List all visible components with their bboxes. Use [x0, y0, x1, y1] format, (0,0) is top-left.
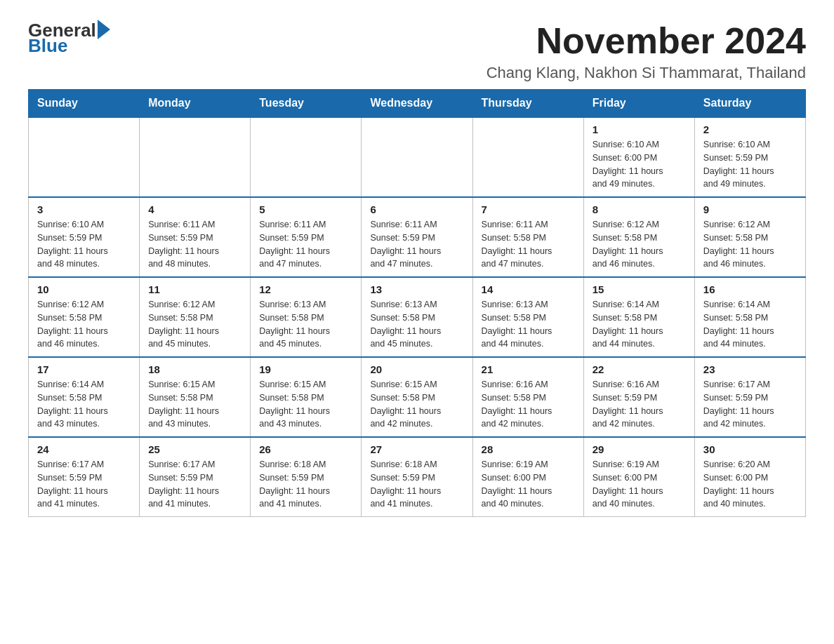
- day-info: Sunrise: 6:13 AM Sunset: 5:58 PM Dayligh…: [259, 298, 352, 351]
- day-number: 2: [703, 123, 797, 135]
- calendar-week-row: 3Sunrise: 6:10 AM Sunset: 5:59 PM Daylig…: [29, 197, 806, 277]
- calendar-cell: 13Sunrise: 6:13 AM Sunset: 5:58 PM Dayli…: [362, 277, 472, 357]
- day-number: 15: [593, 283, 686, 295]
- weekday-header-cell: Tuesday: [251, 90, 362, 118]
- day-info: Sunrise: 6:12 AM Sunset: 5:58 PM Dayligh…: [703, 218, 797, 271]
- day-number: 9: [703, 203, 797, 215]
- day-number: 17: [37, 363, 131, 375]
- day-number: 29: [593, 443, 686, 455]
- day-info: Sunrise: 6:14 AM Sunset: 5:58 PM Dayligh…: [37, 378, 131, 431]
- location-title: Chang Klang, Nakhon Si Thammarat, Thaila…: [486, 64, 806, 82]
- day-number: 28: [482, 443, 575, 455]
- calendar-cell: 7Sunrise: 6:11 AM Sunset: 5:58 PM Daylig…: [472, 197, 583, 277]
- day-number: 7: [482, 203, 575, 215]
- day-number: 10: [37, 283, 131, 295]
- day-number: 13: [370, 283, 463, 295]
- calendar-cell: 28Sunrise: 6:19 AM Sunset: 6:00 PM Dayli…: [472, 437, 583, 517]
- calendar-cell: 22Sunrise: 6:16 AM Sunset: 5:59 PM Dayli…: [583, 357, 694, 437]
- day-number: 30: [703, 443, 797, 455]
- calendar-cell: 25Sunrise: 6:17 AM Sunset: 5:59 PM Dayli…: [140, 437, 251, 517]
- day-info: Sunrise: 6:15 AM Sunset: 5:58 PM Dayligh…: [148, 378, 241, 431]
- day-info: Sunrise: 6:12 AM Sunset: 5:58 PM Dayligh…: [37, 298, 131, 351]
- calendar-cell: 5Sunrise: 6:11 AM Sunset: 5:59 PM Daylig…: [251, 197, 362, 277]
- logo: General Blue: [28, 21, 110, 55]
- day-number: 18: [148, 363, 241, 375]
- calendar-body: 1Sunrise: 6:10 AM Sunset: 6:00 PM Daylig…: [29, 117, 806, 517]
- day-info: Sunrise: 6:20 AM Sunset: 6:00 PM Dayligh…: [703, 458, 797, 511]
- day-number: 19: [259, 363, 352, 375]
- day-info: Sunrise: 6:17 AM Sunset: 5:59 PM Dayligh…: [703, 378, 797, 431]
- weekday-header-cell: Thursday: [472, 90, 583, 118]
- day-number: 1: [593, 123, 686, 135]
- day-info: Sunrise: 6:14 AM Sunset: 5:58 PM Dayligh…: [593, 298, 686, 351]
- day-number: 21: [482, 363, 575, 375]
- day-info: Sunrise: 6:15 AM Sunset: 5:58 PM Dayligh…: [259, 378, 352, 431]
- day-number: 8: [593, 203, 686, 215]
- day-info: Sunrise: 6:11 AM Sunset: 5:59 PM Dayligh…: [259, 218, 352, 271]
- day-info: Sunrise: 6:16 AM Sunset: 5:59 PM Dayligh…: [593, 378, 686, 431]
- day-number: 27: [370, 443, 463, 455]
- day-info: Sunrise: 6:10 AM Sunset: 5:59 PM Dayligh…: [703, 138, 797, 191]
- day-info: Sunrise: 6:15 AM Sunset: 5:58 PM Dayligh…: [370, 378, 463, 431]
- calendar-cell: 21Sunrise: 6:16 AM Sunset: 5:58 PM Dayli…: [472, 357, 583, 437]
- calendar-cell: 30Sunrise: 6:20 AM Sunset: 6:00 PM Dayli…: [694, 437, 805, 517]
- calendar-cell: 1Sunrise: 6:10 AM Sunset: 6:00 PM Daylig…: [583, 117, 694, 197]
- calendar-cell: 24Sunrise: 6:17 AM Sunset: 5:59 PM Dayli…: [29, 437, 140, 517]
- day-info: Sunrise: 6:19 AM Sunset: 6:00 PM Dayligh…: [593, 458, 686, 511]
- logo-blue-text: Blue: [28, 36, 110, 55]
- weekday-header-row: SundayMondayTuesdayWednesdayThursdayFrid…: [29, 90, 806, 118]
- day-number: 6: [370, 203, 463, 215]
- calendar-cell: 10Sunrise: 6:12 AM Sunset: 5:58 PM Dayli…: [29, 277, 140, 357]
- weekday-header-cell: Saturday: [694, 90, 805, 118]
- calendar-cell: 20Sunrise: 6:15 AM Sunset: 5:58 PM Dayli…: [362, 357, 472, 437]
- calendar-cell: 12Sunrise: 6:13 AM Sunset: 5:58 PM Dayli…: [251, 277, 362, 357]
- calendar-cell: [29, 117, 140, 197]
- day-number: 25: [148, 443, 241, 455]
- calendar-cell: 16Sunrise: 6:14 AM Sunset: 5:58 PM Dayli…: [694, 277, 805, 357]
- calendar-cell: 3Sunrise: 6:10 AM Sunset: 5:59 PM Daylig…: [29, 197, 140, 277]
- calendar-week-row: 10Sunrise: 6:12 AM Sunset: 5:58 PM Dayli…: [29, 277, 806, 357]
- day-info: Sunrise: 6:11 AM Sunset: 5:59 PM Dayligh…: [148, 218, 241, 271]
- day-number: 12: [259, 283, 352, 295]
- day-number: 16: [703, 283, 797, 295]
- calendar-cell: 19Sunrise: 6:15 AM Sunset: 5:58 PM Dayli…: [251, 357, 362, 437]
- month-title: November 2024: [486, 21, 806, 61]
- weekday-header-cell: Friday: [583, 90, 694, 118]
- calendar-cell: [472, 117, 583, 197]
- day-info: Sunrise: 6:19 AM Sunset: 6:00 PM Dayligh…: [482, 458, 575, 511]
- day-info: Sunrise: 6:12 AM Sunset: 5:58 PM Dayligh…: [148, 298, 241, 351]
- day-info: Sunrise: 6:18 AM Sunset: 5:59 PM Dayligh…: [259, 458, 352, 511]
- calendar-cell: 29Sunrise: 6:19 AM Sunset: 6:00 PM Dayli…: [583, 437, 694, 517]
- header: General Blue November 2024 Chang Klang, …: [28, 21, 806, 82]
- calendar-cell: 8Sunrise: 6:12 AM Sunset: 5:58 PM Daylig…: [583, 197, 694, 277]
- day-info: Sunrise: 6:11 AM Sunset: 5:59 PM Dayligh…: [370, 218, 463, 271]
- day-info: Sunrise: 6:13 AM Sunset: 5:58 PM Dayligh…: [370, 298, 463, 351]
- calendar-cell: 9Sunrise: 6:12 AM Sunset: 5:58 PM Daylig…: [694, 197, 805, 277]
- calendar-week-row: 24Sunrise: 6:17 AM Sunset: 5:59 PM Dayli…: [29, 437, 806, 517]
- day-number: 5: [259, 203, 352, 215]
- day-number: 14: [482, 283, 575, 295]
- day-number: 22: [593, 363, 686, 375]
- day-info: Sunrise: 6:18 AM Sunset: 5:59 PM Dayligh…: [370, 458, 463, 511]
- day-info: Sunrise: 6:12 AM Sunset: 5:58 PM Dayligh…: [593, 218, 686, 271]
- day-number: 26: [259, 443, 352, 455]
- calendar-cell: 14Sunrise: 6:13 AM Sunset: 5:58 PM Dayli…: [472, 277, 583, 357]
- day-info: Sunrise: 6:10 AM Sunset: 6:00 PM Dayligh…: [593, 138, 686, 191]
- calendar-cell: 11Sunrise: 6:12 AM Sunset: 5:58 PM Dayli…: [140, 277, 251, 357]
- calendar-cell: 15Sunrise: 6:14 AM Sunset: 5:58 PM Dayli…: [583, 277, 694, 357]
- day-info: Sunrise: 6:17 AM Sunset: 5:59 PM Dayligh…: [37, 458, 131, 511]
- calendar-week-row: 17Sunrise: 6:14 AM Sunset: 5:58 PM Dayli…: [29, 357, 806, 437]
- day-number: 24: [37, 443, 131, 455]
- weekday-header-cell: Wednesday: [362, 90, 472, 118]
- calendar-cell: [362, 117, 472, 197]
- calendar-cell: 18Sunrise: 6:15 AM Sunset: 5:58 PM Dayli…: [140, 357, 251, 437]
- title-block: November 2024 Chang Klang, Nakhon Si Tha…: [486, 21, 806, 82]
- calendar-cell: [251, 117, 362, 197]
- calendar-table: SundayMondayTuesdayWednesdayThursdayFrid…: [28, 89, 806, 517]
- weekday-header-cell: Monday: [140, 90, 251, 118]
- day-number: 4: [148, 203, 241, 215]
- day-number: 11: [148, 283, 241, 295]
- day-info: Sunrise: 6:16 AM Sunset: 5:58 PM Dayligh…: [482, 378, 575, 431]
- calendar-cell: 23Sunrise: 6:17 AM Sunset: 5:59 PM Dayli…: [694, 357, 805, 437]
- calendar-cell: 6Sunrise: 6:11 AM Sunset: 5:59 PM Daylig…: [362, 197, 472, 277]
